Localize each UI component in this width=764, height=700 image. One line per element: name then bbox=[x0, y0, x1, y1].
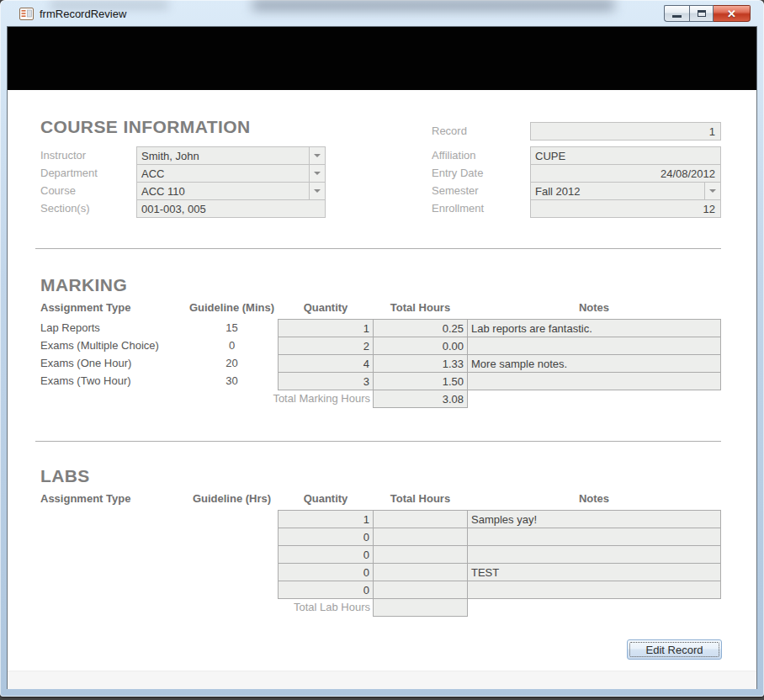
entry-date-label: Entry Date bbox=[432, 167, 483, 179]
marking-guideline-value: 30 bbox=[179, 374, 284, 387]
marking-quantity-cell[interactable]: 4 bbox=[278, 354, 374, 373]
labs-title: LABS bbox=[40, 466, 90, 486]
marking-guideline-value: 0 bbox=[179, 339, 284, 352]
form-icon bbox=[19, 8, 34, 20]
record-label: Record bbox=[432, 125, 467, 137]
marking-header-assignment-type: Assignment Type bbox=[40, 301, 130, 314]
affiliation-label: Affiliation bbox=[432, 149, 476, 162]
department-dropdown-button[interactable] bbox=[309, 165, 325, 182]
glass-blur-decoration bbox=[252, 0, 614, 10]
labs-header-assignment-type: Assignment Type bbox=[40, 492, 130, 505]
department-label: Department bbox=[40, 167, 98, 179]
form-header-band bbox=[8, 27, 756, 90]
maximize-icon bbox=[698, 10, 706, 17]
marking-total-hours-cell[interactable]: 0.25 bbox=[373, 319, 468, 337]
labs-total-hours-cell[interactable] bbox=[373, 510, 468, 528]
marking-notes-cell[interactable]: Lab reports are fantastic. bbox=[467, 319, 721, 337]
marking-quantity-cell[interactable]: 3 bbox=[278, 372, 374, 390]
labs-notes-cell[interactable]: TEST bbox=[467, 563, 721, 581]
minimize-button[interactable] bbox=[664, 5, 689, 22]
labs-total-hours-cell[interactable] bbox=[373, 528, 468, 546]
marking-total-hours-cell[interactable]: 1.33 bbox=[373, 354, 468, 373]
marking-assignment-type: Exams (Multiple Choice) bbox=[40, 339, 159, 352]
chevron-down-icon bbox=[709, 189, 716, 193]
section-divider bbox=[35, 248, 721, 249]
minimize-icon bbox=[672, 15, 682, 18]
labs-notes-cell[interactable] bbox=[467, 581, 721, 599]
affiliation-field[interactable]: CUPE bbox=[530, 146, 721, 165]
semester-dropdown-button[interactable] bbox=[704, 183, 720, 199]
title-bar[interactable]: frmRecordReview ✕ bbox=[0, 0, 764, 27]
enrollment-label: Enrollment bbox=[432, 202, 484, 215]
window-controls: ✕ bbox=[664, 5, 751, 22]
chevron-down-icon bbox=[314, 172, 321, 175]
sections-label: Section(s) bbox=[40, 202, 90, 215]
labs-quantity-cell[interactable]: 0 bbox=[278, 528, 374, 546]
marking-assignment-type: Lap Reports bbox=[40, 321, 100, 334]
instructor-combobox[interactable]: Smith, John bbox=[136, 146, 326, 165]
sections-value: 001-003, 005 bbox=[141, 203, 206, 215]
total-lab-hours-value[interactable] bbox=[373, 598, 468, 617]
entry-date-value: 24/08/2012 bbox=[661, 167, 715, 180]
semester-label: Semester bbox=[432, 184, 479, 197]
marking-quantity-cell[interactable]: 2 bbox=[278, 337, 374, 355]
sections-field[interactable]: 001-003, 005 bbox=[136, 199, 326, 218]
labs-quantity-cell[interactable]: 0 bbox=[278, 563, 374, 581]
edit-record-button[interactable]: Edit Record bbox=[627, 639, 722, 660]
labs-notes-cell[interactable] bbox=[467, 528, 721, 546]
marking-notes-cell[interactable]: More sample notes. bbox=[467, 354, 721, 373]
total-marking-hours-value[interactable]: 3.08 bbox=[373, 390, 468, 408]
enrollment-value: 12 bbox=[703, 203, 715, 215]
course-label: Course bbox=[40, 184, 76, 197]
labs-quantity-cell[interactable]: 1 bbox=[278, 510, 374, 528]
entry-date-field[interactable]: 24/08/2012 bbox=[530, 164, 721, 183]
chevron-down-icon bbox=[314, 189, 321, 193]
edit-record-button-label: Edit Record bbox=[646, 644, 703, 656]
section-divider bbox=[35, 441, 721, 442]
marking-notes-cell[interactable] bbox=[467, 337, 721, 355]
marking-assignment-type: Exams (One Hour) bbox=[40, 357, 131, 369]
close-button[interactable]: ✕ bbox=[714, 5, 751, 22]
semester-combobox[interactable]: Fall 2012 bbox=[530, 182, 721, 200]
labs-total-hours-cell[interactable] bbox=[373, 581, 468, 599]
department-value: ACC bbox=[141, 167, 164, 180]
marking-quantity-cell[interactable]: 1 bbox=[278, 319, 374, 337]
labs-total-hours-cell[interactable] bbox=[373, 545, 468, 564]
marking-guideline-value: 15 bbox=[179, 321, 284, 334]
app-window: frmRecordReview ✕ COURSE INFORMATION Ins… bbox=[0, 0, 764, 697]
form-footer-strip bbox=[8, 671, 756, 689]
marking-assignment-type: Exams (Two Hour) bbox=[40, 374, 131, 387]
labs-header-notes: Notes bbox=[467, 492, 721, 505]
marking-header-notes: Notes bbox=[467, 301, 721, 314]
marking-header-total-hours: Total Hours bbox=[373, 301, 468, 314]
labs-quantity-cell[interactable]: 0 bbox=[278, 545, 374, 564]
chevron-down-icon bbox=[314, 154, 321, 157]
department-combobox[interactable]: ACC bbox=[136, 164, 326, 183]
marking-total-hours-cell[interactable]: 1.50 bbox=[373, 372, 468, 390]
enrollment-field[interactable]: 12 bbox=[530, 199, 721, 218]
labs-notes-cell[interactable] bbox=[467, 545, 721, 564]
course-information-title: COURSE INFORMATION bbox=[40, 117, 250, 137]
close-icon: ✕ bbox=[727, 8, 736, 19]
total-lab-hours-label: Total Lab Hours bbox=[179, 601, 370, 613]
window-title: frmRecordReview bbox=[40, 8, 126, 20]
form-body: COURSE INFORMATION Instructor Smith, Joh… bbox=[8, 27, 756, 688]
instructor-value: Smith, John bbox=[141, 150, 199, 162]
marking-notes-cell[interactable] bbox=[467, 372, 721, 390]
labs-notes-cell[interactable]: Samples yay! bbox=[467, 510, 721, 528]
marking-header-quantity: Quantity bbox=[278, 301, 374, 314]
total-marking-hours-label: Total Marking Hours bbox=[179, 392, 370, 405]
marking-total-hours-cell[interactable]: 0.00 bbox=[373, 337, 468, 355]
labs-header-guideline: Guideline (Hrs) bbox=[179, 492, 284, 505]
marking-header-guideline: Guideline (Mins) bbox=[179, 301, 284, 314]
course-combobox[interactable]: ACC 110 bbox=[136, 182, 326, 200]
course-dropdown-button[interactable] bbox=[309, 183, 325, 199]
instructor-label: Instructor bbox=[40, 149, 86, 162]
affiliation-value: CUPE bbox=[535, 150, 565, 162]
record-field[interactable]: 1 bbox=[530, 122, 721, 141]
semester-value: Fall 2012 bbox=[535, 185, 580, 198]
labs-total-hours-cell[interactable] bbox=[373, 563, 468, 581]
labs-quantity-cell[interactable]: 0 bbox=[278, 581, 374, 599]
maximize-button[interactable] bbox=[689, 5, 714, 22]
instructor-dropdown-button[interactable] bbox=[309, 147, 325, 164]
